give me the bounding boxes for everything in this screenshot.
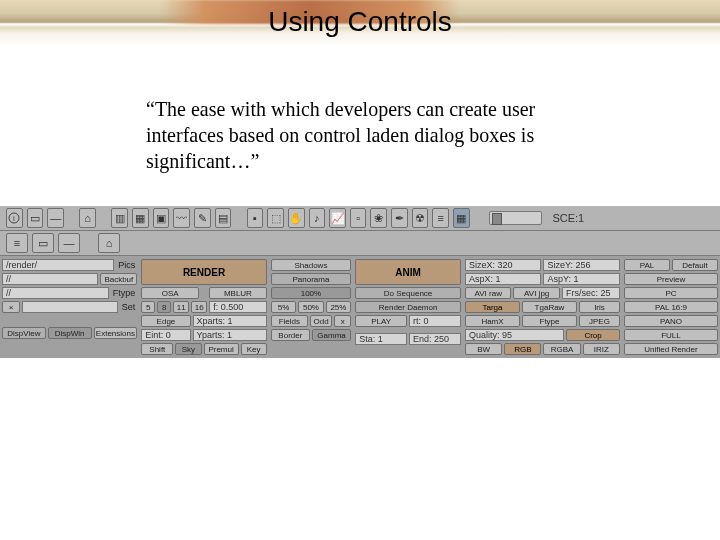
sizey-field[interactable]: SizeY: 256 (543, 259, 619, 271)
gamma-button[interactable]: Gamma (312, 329, 351, 341)
wave-icon[interactable]: 〰 (173, 208, 190, 228)
tool4-icon[interactable]: ▪ (247, 208, 264, 228)
avi-raw-button[interactable]: AVI raw (465, 287, 511, 299)
pano-button[interactable]: PANO (624, 315, 718, 327)
dash-icon[interactable]: — (47, 208, 64, 228)
clear-button[interactable]: × (2, 301, 20, 313)
osa-11-button[interactable]: 11 (173, 301, 189, 313)
backbuf-button[interactable]: Backbuf (100, 273, 137, 285)
anim-button[interactable]: ANIM (355, 259, 461, 285)
do-sequence-button[interactable]: Do Sequence (355, 287, 461, 299)
home2-icon[interactable]: ⌂ (98, 233, 120, 253)
blender-ui-panel: i ▭ — ⌂ ▥ ▦ ▣ 〰 ✎ ▤ ▪ ⬚ ✋ ♪ 📈 ▫ ❀ ✒ ☢ ≡ … (0, 206, 720, 358)
iriz-button[interactable]: IRIZ (583, 343, 620, 355)
tool5-icon[interactable]: ⬚ (267, 208, 284, 228)
rect-icon[interactable]: ▭ (32, 233, 54, 253)
scene-icon[interactable]: ▦ (453, 208, 470, 228)
targa-button[interactable]: Targa (465, 301, 520, 313)
osa-button[interactable]: OSA (141, 287, 199, 299)
hamx-button[interactable]: HamX (465, 315, 520, 327)
rgba-button[interactable]: RGBA (543, 343, 580, 355)
border-button[interactable]: Border (271, 329, 310, 341)
rgb-button[interactable]: RGB (504, 343, 541, 355)
play-button[interactable]: PLAY (355, 315, 407, 327)
dash2-icon[interactable]: — (58, 233, 80, 253)
tool3-icon[interactable]: ▤ (215, 208, 232, 228)
dispview-button[interactable]: DispView (2, 327, 46, 339)
tga-raw-button[interactable]: TgaRaw (522, 301, 577, 313)
edge-button[interactable]: Edge (141, 315, 190, 327)
xparts-field[interactable]: Xparts: 1 (193, 315, 267, 327)
sizex-field[interactable]: SizeX: 320 (465, 259, 541, 271)
preview-button[interactable]: Preview (624, 273, 718, 285)
size-100-button[interactable]: 100% (271, 287, 351, 299)
shift-button[interactable]: Shift (141, 343, 173, 355)
dispwin-button[interactable]: DispWin (48, 327, 92, 339)
size-50-button[interactable]: 50% (298, 301, 323, 313)
render-daemon-button[interactable]: Render Daemon (355, 301, 461, 313)
sky-button[interactable]: Sky (175, 343, 201, 355)
tool6-icon[interactable]: ▫ (350, 208, 367, 228)
size-5-button[interactable]: 5% (271, 301, 296, 313)
key-button[interactable]: Key (241, 343, 267, 355)
image-icon[interactable]: ▣ (153, 208, 170, 228)
pal-button[interactable]: PAL (624, 259, 670, 271)
menu-icon[interactable]: ≡ (6, 233, 28, 253)
panorama-button[interactable]: Panorama (271, 273, 351, 285)
size-25-button[interactable]: 25% (326, 301, 351, 313)
tool1-icon[interactable]: ▥ (111, 208, 128, 228)
crop-button[interactable]: Crop (566, 329, 620, 341)
radiation-icon[interactable]: ☢ (412, 208, 429, 228)
aspy-field[interactable]: AspY: 1 (543, 273, 619, 285)
x-button[interactable]: x (334, 315, 351, 327)
pc-button[interactable]: PC (624, 287, 718, 299)
backbuf-path-field[interactable]: // (2, 273, 98, 285)
extensions-button[interactable]: Extensions (94, 327, 138, 339)
ftype-path-field[interactable]: // (2, 287, 109, 299)
frs-sec-field[interactable]: Frs/sec: 25 (562, 287, 620, 299)
eint-field[interactable]: Eint: 0 (141, 329, 190, 341)
leaf-icon[interactable]: ❀ (370, 208, 387, 228)
end-field[interactable]: End: 250 (409, 333, 461, 345)
aspx-field[interactable]: AspX: 1 (465, 273, 541, 285)
fields-button[interactable]: Fields (271, 315, 308, 327)
ftype2-button[interactable]: Ftype (522, 315, 577, 327)
hand-icon[interactable]: ✋ (288, 208, 305, 228)
render-path-field[interactable]: /render/ (2, 259, 114, 271)
script-icon[interactable]: ≡ (432, 208, 449, 228)
set-label: Set (120, 301, 138, 313)
render-buttons-panel: /render/ Pics // Backbuf // Ftype × Set (0, 256, 720, 358)
paint-icon[interactable]: ✒ (391, 208, 408, 228)
set-field[interactable] (22, 301, 118, 313)
iris-button[interactable]: Iris (579, 301, 620, 313)
premul-button[interactable]: Premul (204, 343, 239, 355)
osa-16-button[interactable]: 16 (191, 301, 207, 313)
pal169-button[interactable]: PAL 16:9 (624, 301, 718, 313)
unified-render-button[interactable]: Unified Render (624, 343, 718, 355)
osa-8-button[interactable]: 8 (157, 301, 171, 313)
yparts-field[interactable]: Yparts: 1 (193, 329, 267, 341)
odd-button[interactable]: Odd (310, 315, 333, 327)
info-icon[interactable]: i (6, 208, 23, 228)
rt-field[interactable]: rt: 0 (409, 315, 461, 327)
shadows-button[interactable]: Shadows (271, 259, 351, 271)
format-column: SizeX: 320 SizeY: 256 AspX: 1 AspY: 1 AV… (463, 256, 622, 358)
music-icon[interactable]: ♪ (309, 208, 326, 228)
full-button[interactable]: FULL (624, 329, 718, 341)
frame-slider[interactable] (489, 211, 542, 225)
graph-icon[interactable]: 📈 (329, 208, 346, 228)
window-icon[interactable]: ▭ (27, 208, 44, 228)
mblur-button[interactable]: MBLUR (209, 287, 267, 299)
sta-field[interactable]: Sta: 1 (355, 333, 407, 345)
bw-button[interactable]: BW (465, 343, 502, 355)
tool2-icon[interactable]: ▦ (132, 208, 149, 228)
home-icon[interactable]: ⌂ (79, 208, 96, 228)
mblur-factor-field[interactable]: f: 0.500 (209, 301, 266, 313)
render-button[interactable]: RENDER (141, 259, 266, 285)
avi-jpg-button[interactable]: AVI jpg (513, 287, 559, 299)
quality-field[interactable]: Quality: 95 (465, 329, 564, 341)
pencil-icon[interactable]: ✎ (194, 208, 211, 228)
osa-5-button[interactable]: 5 (141, 301, 155, 313)
default-button[interactable]: Default (672, 259, 718, 271)
jpeg-button[interactable]: JPEG (579, 315, 620, 327)
